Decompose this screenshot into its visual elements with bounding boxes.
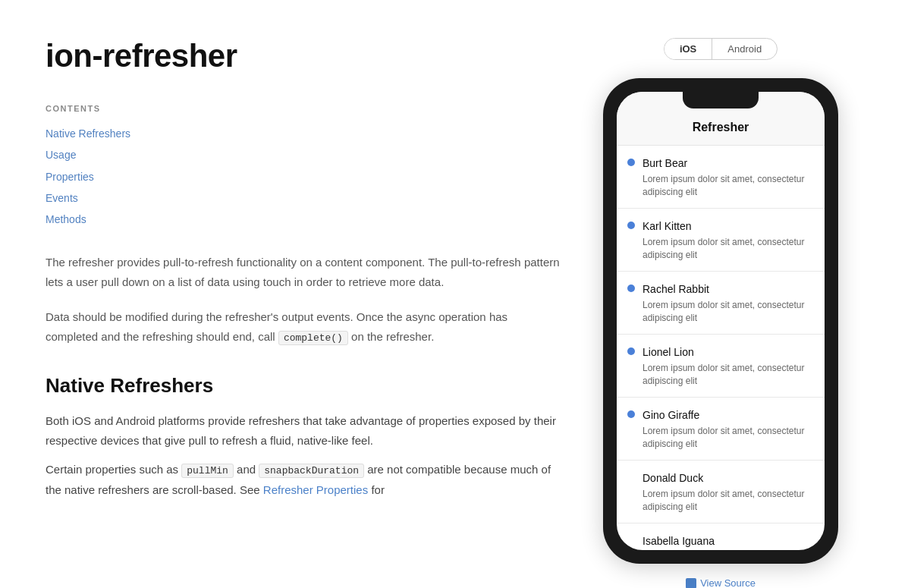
toc-item-native-refreshers[interactable]: Native Refreshers bbox=[46, 124, 561, 143]
active-dot-4 bbox=[627, 410, 635, 418]
body2-start: Certain properties such as bbox=[46, 463, 181, 476]
item-name-3: Lionel Lion bbox=[643, 344, 814, 360]
toc-item-events[interactable]: Events bbox=[46, 188, 561, 208]
inactive-dot-6 bbox=[627, 536, 635, 544]
native-refreshers-body1: Both iOS and Android platforms provide r… bbox=[46, 411, 561, 451]
item-desc-2: Lorem ipsum dolor sit amet, consectetur … bbox=[643, 299, 814, 325]
body2-final: for bbox=[368, 483, 385, 496]
description-1: The refresher provides pull-to-refresh f… bbox=[46, 253, 561, 293]
native-refreshers-heading: Native Refreshers bbox=[46, 370, 561, 402]
view-source-label: View Source bbox=[700, 576, 756, 588]
item-name-1: Karl Kitten bbox=[643, 218, 814, 234]
active-dot-2 bbox=[627, 285, 635, 292]
toc-item-methods[interactable]: Methods bbox=[46, 209, 561, 229]
list-item: Gino Giraffe Lorem ipsum dolor sit amet,… bbox=[617, 398, 825, 461]
body2-mid: and bbox=[234, 463, 259, 476]
item-desc-5: Lorem ipsum dolor sit amet, consectetur … bbox=[643, 488, 814, 514]
android-button[interactable]: Android bbox=[712, 39, 777, 59]
phone-frame: Refresher Burt Bear Lorem ipsum dolor si… bbox=[603, 78, 838, 564]
active-dot-0 bbox=[627, 159, 635, 166]
phone-screen: Refresher Burt Bear Lorem ipsum dolor si… bbox=[617, 92, 825, 550]
item-name-4: Gino Giraffe bbox=[643, 407, 814, 423]
description-2-end: on the refresher. bbox=[351, 330, 434, 343]
view-source-icon bbox=[686, 578, 696, 588]
list-item: Burt Bear Lorem ipsum dolor sit amet, co… bbox=[617, 146, 825, 209]
ios-button[interactable]: iOS bbox=[665, 39, 712, 59]
description-2-start: Data should be modified during the refre… bbox=[46, 310, 507, 343]
phone-list-scroll[interactable]: Burt Bear Lorem ipsum dolor sit amet, co… bbox=[617, 146, 825, 550]
snapbackduration-code: snapbackDuration bbox=[259, 464, 364, 478]
page-layout: ion-refresher CONTENTS Native Refreshers… bbox=[0, 0, 908, 588]
item-name-6: Isabella Iguana bbox=[643, 533, 814, 549]
toc-item-usage[interactable]: Usage bbox=[46, 145, 561, 165]
toc-nav: Native Refreshers Usage Properties Event… bbox=[46, 124, 561, 230]
view-source-link[interactable]: View Source bbox=[686, 576, 756, 588]
item-desc-0: Lorem ipsum dolor sit amet, consectetur … bbox=[643, 173, 814, 199]
toc-label: CONTENTS bbox=[46, 102, 561, 116]
list-item: Donald Duck Lorem ipsum dolor sit amet, … bbox=[617, 461, 825, 524]
list-item: Rachel Rabbit Lorem ipsum dolor sit amet… bbox=[617, 272, 825, 335]
inactive-dot-5 bbox=[627, 473, 635, 481]
item-desc-3: Lorem ipsum dolor sit amet, consectetur … bbox=[643, 362, 814, 388]
item-desc-1: Lorem ipsum dolor sit amet, consectetur … bbox=[643, 236, 814, 262]
list-item: Isabella Iguana Lorem ipsum dolor sit am… bbox=[617, 524, 825, 551]
active-dot-3 bbox=[627, 347, 635, 355]
item-name-0: Burt Bear bbox=[643, 155, 814, 171]
list-item: Karl Kitten Lorem ipsum dolor sit amet, … bbox=[617, 209, 825, 272]
pullmin-code: pullMin bbox=[181, 464, 234, 478]
item-desc-4: Lorem ipsum dolor sit amet, consectetur … bbox=[643, 425, 814, 451]
main-content: ion-refresher CONTENTS Native Refreshers… bbox=[46, 30, 561, 588]
complete-code: complete() bbox=[278, 331, 348, 345]
page-title: ion-refresher bbox=[46, 30, 561, 81]
item-name-5: Donald Duck bbox=[643, 470, 814, 486]
phone-notch bbox=[683, 92, 759, 108]
item-name-2: Rachel Rabbit bbox=[643, 281, 814, 297]
phone-list-container: Burt Bear Lorem ipsum dolor sit amet, co… bbox=[617, 146, 825, 550]
list-item: Lionel Lion Lorem ipsum dolor sit amet, … bbox=[617, 335, 825, 398]
toc-item-properties[interactable]: Properties bbox=[46, 167, 561, 187]
native-refreshers-body2: Certain properties such as pullMin and s… bbox=[46, 460, 561, 500]
table-of-contents: CONTENTS Native Refreshers Usage Propert… bbox=[46, 102, 561, 230]
platform-toggle: iOS Android bbox=[664, 38, 778, 60]
active-dot-1 bbox=[627, 222, 635, 229]
refresher-properties-link[interactable]: Refresher Properties bbox=[263, 483, 368, 496]
description-2: Data should be modified during the refre… bbox=[46, 307, 561, 347]
phone-demo-area: iOS Android Refresher Burt Bear Lorem ip… bbox=[592, 30, 850, 588]
